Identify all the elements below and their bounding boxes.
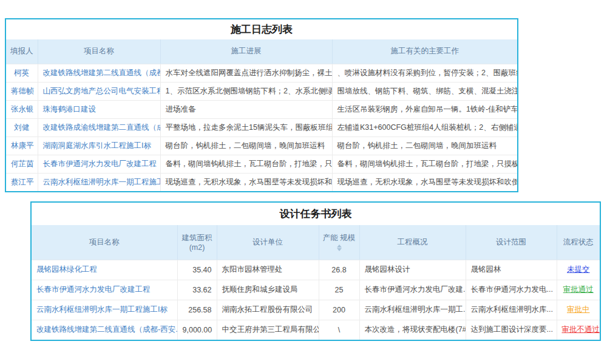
overview-cell: 晟铭园林设计 bbox=[359, 260, 466, 280]
capacity-header-label: 产能 规模 bbox=[323, 234, 355, 242]
capacity-cell: 26.8 bbox=[319, 260, 359, 280]
col-header-overview: 工程概况 bbox=[359, 225, 466, 260]
status-link[interactable]: 审批通过 bbox=[563, 285, 594, 294]
construction-log-table: 施工日志列表 填报人 项目名称 施工进展 施工有关的主要工作 柯英改建铁路线增建… bbox=[5, 18, 518, 192]
project-link[interactable]: 晟铭园林绿化工程 bbox=[36, 265, 97, 274]
project-link[interactable]: 山西弘文房地产总公司电气安装工程 bbox=[43, 87, 161, 95]
design-header-row: 项目名称 建筑面积 (m2) 设计单位 产能 规模 工程概况 设计范围 流程状态 bbox=[32, 225, 600, 260]
col-header-building-area: 建筑面积 (m2) bbox=[177, 225, 217, 260]
construction-log-grid: 填报人 项目名称 施工进展 施工有关的主要工作 柯英改建铁路线增建第二线直通线（… bbox=[6, 39, 517, 191]
log-table-row: 刘健改建铁路成渝线增建第二直通线（成...平整场地，拉走多余泥土15辆泥头车，围… bbox=[6, 118, 517, 136]
project-link[interactable]: 云南水利枢纽潜明水库一期工程施工I标 bbox=[36, 305, 168, 314]
col-header-status: 流程状态 bbox=[557, 225, 600, 260]
overview-cell: 本次改造，将现状变配电楼(7#... bbox=[359, 320, 466, 340]
log-table-row: 蒋德帧山西弘文房地产总公司电气安装工程1、示范区水系北侧围墙钢筋下料；2、水系北… bbox=[6, 82, 517, 100]
log-table-row: 柯英改建铁路线增建第二线直通线（成都-...水车对全线遮阳网覆盖点进行洒水抑制扬… bbox=[6, 64, 517, 82]
progress-cell: 现场巡查，无积水现象，水马围壁等未发现损坏和吹... bbox=[160, 173, 332, 191]
capacity-cell: \ bbox=[319, 320, 359, 340]
log-header-row: 填报人 项目名称 施工进展 施工有关的主要工作 bbox=[6, 39, 517, 64]
main-work-cell: 备料，砌间墙钩机排土，瓦工砌台阶，打地梁，只摸板，砌... bbox=[332, 155, 517, 173]
reporter-link[interactable]: 蔡江平 bbox=[11, 178, 34, 186]
col-header-progress: 施工进展 bbox=[160, 39, 332, 64]
scope-cell: 云南水利枢纽潜明水库... bbox=[466, 300, 557, 320]
project-link[interactable]: 改建铁路成渝线增建第二直通线（成... bbox=[43, 123, 161, 132]
project-link[interactable]: 长春市伊通河水力发电厂改建工程 bbox=[43, 160, 157, 168]
building-area-cell: 9,000.00 bbox=[177, 320, 217, 340]
design-unit-cell: 东阳市园林管理处 bbox=[217, 260, 319, 280]
capacity-cell: 25 bbox=[319, 280, 359, 300]
col-header-reporter: 填报人 bbox=[6, 39, 38, 64]
building-area-cell: 35.40 bbox=[177, 260, 217, 280]
col-header-project-name: 项目名称 bbox=[32, 225, 177, 260]
design-table-row: 长春市伊通河水力发电厂改建工程33.62抚顺住房和城乡建设局25长春市伊通河水力… bbox=[32, 280, 600, 300]
design-table-row: 云南水利枢纽潜明水库一期工程施工I标256.58湖南永拓工程股份有限公司200云… bbox=[32, 300, 600, 320]
col-header-design-unit: 设计单位 bbox=[217, 225, 319, 260]
main-work-cell: 现场巡查，无积水现象，水马围壁等未发现损坏和吹倒现象 ... bbox=[332, 173, 517, 191]
scope-cell: 晟铭园林 bbox=[466, 260, 557, 280]
progress-cell: 平整场地，拉走多余泥土15辆泥头车，围蔽板班组没... bbox=[160, 118, 332, 136]
design-table-row: 改建铁路线增建第二线直通线（成都-西安...9,000.00中交王府井第三工程局… bbox=[32, 320, 600, 340]
project-link[interactable]: 改建铁路线增建第二线直通线（成都-... bbox=[43, 69, 161, 77]
status-link[interactable]: 审批不通过 bbox=[562, 325, 600, 334]
design-task-title: 设计任务书列表 bbox=[32, 203, 600, 225]
log-table-row: 蔡江平云南水利枢纽潜明水库一期工程施工I标现场巡查，无积水现象，水马围壁等未发现… bbox=[6, 173, 517, 191]
col-header-main-work: 施工有关的主要工作 bbox=[332, 39, 517, 64]
reporter-link[interactable]: 何芷茵 bbox=[11, 160, 34, 168]
col-header-scope: 设计范围 bbox=[466, 225, 557, 260]
reporter-link[interactable]: 刘健 bbox=[14, 123, 29, 132]
status-link[interactable]: 审批中 bbox=[567, 305, 590, 314]
reporter-link[interactable]: 张永银 bbox=[11, 105, 34, 113]
scope-cell: 达到施工图设计深度要... bbox=[466, 320, 557, 340]
overview-cell: 长春市伊通河水力发电厂改建... bbox=[359, 280, 466, 300]
main-work-cell: 生活区吊装彩钢房，外雇自卸吊一辆。1铁岭-佳和铲车一台 bbox=[332, 100, 517, 118]
progress-cell: 1、示范区水系北侧围墙钢筋下料；2、水系北侧绿化... bbox=[160, 82, 332, 100]
design-task-table: 设计任务书列表 项目名称 建筑面积 (m2) 设计单位 产能 规模 工程概况 设… bbox=[30, 201, 601, 341]
progress-cell: 水车对全线遮阳网覆盖点进行洒水抑制扬尘，裸土覆... bbox=[160, 64, 332, 82]
reporter-link[interactable]: 林康平 bbox=[11, 141, 34, 150]
reporter-link[interactable]: 柯英 bbox=[14, 69, 29, 77]
status-link[interactable]: 未提交 bbox=[567, 265, 590, 274]
overview-cell: 云南水利枢纽潜明水库一期工... bbox=[359, 300, 466, 320]
col-header-capacity: 产能 规模 bbox=[319, 225, 359, 260]
log-table-row: 张永银珠海鹤港口建设进场准备生活区吊装彩钢房，外雇自卸吊一辆。1铁岭-佳和铲车一… bbox=[6, 100, 517, 118]
main-work-cell: 围墙放线、钢筋下料、砌筑、绑筋、支横、混凝土浇注、清... bbox=[332, 82, 517, 100]
progress-cell: 备料，砌间墙钩机排土，瓦工砌台阶，打地梁，只摸... bbox=[160, 155, 332, 173]
project-link[interactable]: 长春市伊通河水力发电厂改建工程 bbox=[36, 285, 151, 294]
project-link[interactable]: 湖南洞庭湖水库引水工程施工I标 bbox=[43, 141, 151, 150]
col-header-project: 项目名称 bbox=[38, 39, 160, 64]
main-work-cell: 左辅道K31+600CFG桩班组4人组装桩机；2、右侧辅道拼宽... bbox=[332, 118, 517, 136]
sort-icon[interactable] bbox=[337, 244, 342, 251]
project-link[interactable]: 改建铁路线增建第二线直通线（成都-西安... bbox=[36, 325, 177, 334]
reporter-link[interactable]: 蒋德帧 bbox=[11, 87, 34, 95]
scope-cell: 长春市伊通河水力发电... bbox=[466, 280, 557, 300]
construction-log-title: 施工日志列表 bbox=[6, 19, 517, 39]
project-link[interactable]: 云南水利枢纽潜明水库一期工程施工I标 bbox=[43, 178, 161, 186]
design-unit-cell: 中交王府井第三工程局有限公司 bbox=[217, 320, 319, 340]
progress-cell: 砌台阶，钩机排土，二包砌间墙，晚间加班运料 bbox=[160, 136, 332, 155]
design-table-row: 晟铭园林绿化工程35.40东阳市园林管理处26.8晟铭园林设计晟铭园林未提交 bbox=[32, 260, 600, 280]
design-unit-cell: 湖南永拓工程股份有限公司 bbox=[217, 300, 319, 320]
building-area-cell: 33.62 bbox=[177, 280, 217, 300]
design-task-grid: 项目名称 建筑面积 (m2) 设计单位 产能 规模 工程概况 设计范围 流程状态… bbox=[32, 225, 600, 340]
building-area-cell: 256.58 bbox=[177, 300, 217, 320]
project-link[interactable]: 珠海鹤港口建设 bbox=[43, 105, 97, 113]
main-work-cell: 砌台阶，钩机排土，二包砌间墙，晚间加班运料 bbox=[332, 136, 517, 155]
log-table-row: 林康平湖南洞庭湖水库引水工程施工I标砌台阶，钩机排土，二包砌间墙，晚间加班运料砌… bbox=[6, 136, 517, 155]
main-work-cell: 、喷淋设施材料没有采购到位，暂停安装；2、围蔽班组以货... bbox=[332, 64, 517, 82]
design-unit-cell: 抚顺住房和城乡建设局 bbox=[217, 280, 319, 300]
progress-cell: 进场准备 bbox=[160, 100, 332, 118]
capacity-cell: 200 bbox=[319, 300, 359, 320]
log-table-row: 何芷茵长春市伊通河水力发电厂改建工程备料，砌间墙钩机排土，瓦工砌台阶，打地梁，只… bbox=[6, 155, 517, 173]
